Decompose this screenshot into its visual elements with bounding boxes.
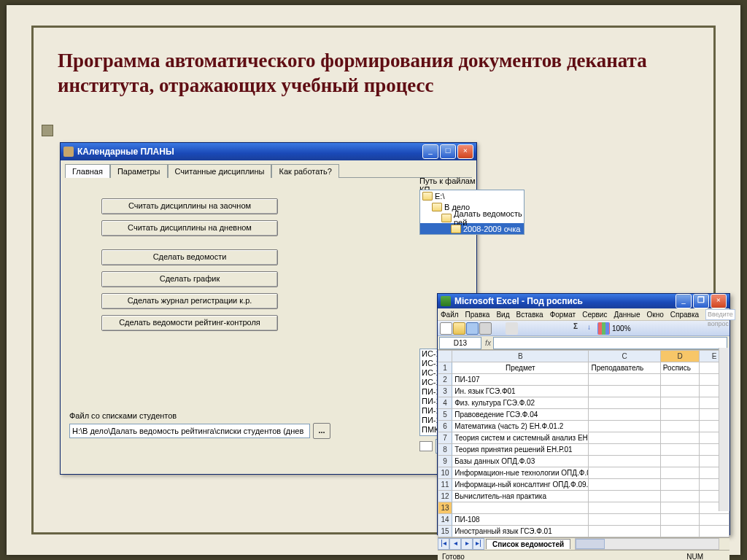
menu-file[interactable]: Файл bbox=[441, 311, 459, 319]
save-icon[interactable] bbox=[466, 322, 479, 335]
menu-format[interactable]: Формат bbox=[550, 311, 576, 319]
row-header[interactable]: 9 bbox=[438, 456, 452, 467]
cell[interactable] bbox=[660, 397, 699, 409]
menu-edit[interactable]: Правка bbox=[465, 311, 490, 319]
cell[interactable] bbox=[660, 421, 699, 432]
cell[interactable] bbox=[660, 432, 699, 444]
print-icon[interactable] bbox=[479, 322, 492, 335]
cell[interactable] bbox=[589, 456, 660, 467]
new-icon[interactable] bbox=[440, 322, 452, 335]
btn-read-zaoch[interactable]: Считать дисциплины на заочном bbox=[101, 198, 278, 214]
table-row[interactable]: 3Ин. язык ГСЭ.Ф01 bbox=[438, 386, 729, 397]
tree-node-selected[interactable]: 2008-2009 очка bbox=[420, 223, 524, 234]
titlebar[interactable]: КАлендарные ПЛАНЫ _ □ × bbox=[61, 143, 476, 160]
row-header[interactable]: 8 bbox=[438, 444, 452, 456]
menu-help[interactable]: Справка bbox=[670, 311, 699, 319]
cell[interactable]: Правоведение ГСЭ.Ф.04 bbox=[452, 409, 589, 421]
cell[interactable] bbox=[589, 397, 660, 409]
students-path-input[interactable]: Н:\В дело\Далать ведомость рейтинга\спис… bbox=[69, 424, 310, 438]
cell[interactable] bbox=[660, 526, 699, 537]
nav-first-icon[interactable]: |◂ bbox=[438, 538, 449, 550]
cell[interactable] bbox=[589, 432, 660, 444]
menu-tools[interactable]: Сервис bbox=[582, 311, 607, 319]
cell[interactable] bbox=[700, 526, 729, 537]
cell[interactable] bbox=[589, 444, 660, 456]
nav-prev-icon[interactable]: ◂ bbox=[449, 538, 461, 550]
table-row[interactable]: 14ПИ-108 bbox=[438, 514, 729, 526]
copy-icon[interactable] bbox=[519, 322, 531, 335]
cell[interactable] bbox=[589, 421, 660, 432]
cell[interactable] bbox=[660, 456, 699, 467]
cell[interactable] bbox=[589, 467, 660, 479]
cell[interactable] bbox=[589, 479, 660, 491]
cell[interactable] bbox=[589, 386, 660, 397]
cell[interactable] bbox=[589, 514, 660, 526]
cell[interactable]: Теория систем и системный анализ ЕН.Ф.05 bbox=[452, 432, 589, 444]
browse-button[interactable]: ... bbox=[313, 423, 330, 439]
cell[interactable]: Информацион-ные технологии ОПД.Ф.06 bbox=[452, 467, 589, 479]
cell[interactable] bbox=[660, 409, 699, 421]
menu-insert[interactable]: Вставка bbox=[516, 311, 543, 319]
preview-icon[interactable] bbox=[492, 322, 505, 335]
cell[interactable]: Вычислитель-ная практика bbox=[452, 491, 589, 502]
table-row[interactable]: 12Вычислитель-ная практика bbox=[438, 491, 729, 502]
maximize-button[interactable]: □ bbox=[440, 144, 456, 159]
cell[interactable] bbox=[660, 514, 699, 526]
col-headers[interactable]: B C D E bbox=[438, 351, 729, 362]
table-row[interactable]: 10Информацион-ные технологии ОПД.Ф.06 bbox=[438, 467, 729, 479]
btn-journal[interactable]: Сделать журнал регистрации к.р. bbox=[101, 293, 278, 309]
table-row[interactable]: 15Иностранный язык ГСЭ.Ф.01 bbox=[438, 526, 729, 537]
sheet-tab[interactable]: Список ведомостей bbox=[486, 539, 570, 549]
tree-node[interactable]: E:\ bbox=[420, 190, 524, 201]
btn-rating[interactable]: Сделать ведомости рейтинг-контроля bbox=[101, 315, 278, 331]
row-header[interactable]: 7 bbox=[438, 432, 452, 444]
cell[interactable]: Физ. культура ГСЭ.Ф.02 bbox=[452, 397, 589, 409]
excel-titlebar[interactable]: Microsoft Excel - Под роспись _ ❐ × bbox=[438, 294, 729, 308]
btn-read-dnev[interactable]: Считать дисциплины на дневном bbox=[101, 220, 278, 236]
cell[interactable]: ПИ-108 bbox=[452, 514, 589, 526]
cell[interactable]: Ин. язык ГСЭ.Ф01 bbox=[452, 386, 589, 397]
open-icon[interactable] bbox=[453, 322, 465, 335]
folder-tree[interactable]: E:\ В дело Далать ведомость рей 2008-200… bbox=[419, 190, 525, 235]
table-row[interactable]: 4Физ. культура ГСЭ.Ф.02 bbox=[438, 397, 729, 409]
redo-icon[interactable] bbox=[558, 322, 570, 335]
row-header[interactable]: 6 bbox=[438, 421, 452, 432]
nav-next-icon[interactable]: ▸ bbox=[461, 538, 473, 550]
row-header[interactable]: 5 bbox=[438, 409, 452, 421]
table-row[interactable]: 2ПИ-107 bbox=[438, 374, 729, 386]
cell[interactable]: Теория принятия решений ЕН.Р.01 bbox=[452, 444, 589, 456]
paste-icon[interactable] bbox=[532, 322, 544, 335]
minimize-button[interactable]: _ bbox=[422, 144, 438, 159]
cell[interactable]: Иностранный язык ГСЭ.Ф.01 bbox=[452, 526, 589, 537]
cell[interactable]: Математика (часть 2) ЕН.Ф.01.2 bbox=[452, 421, 589, 432]
sort-icon[interactable] bbox=[584, 322, 597, 335]
menu-data[interactable]: Данные bbox=[614, 311, 640, 319]
undo-icon[interactable] bbox=[545, 322, 557, 335]
row-header[interactable]: 15 bbox=[438, 526, 452, 537]
btn-vedomosti[interactable]: Сделать ведомости bbox=[101, 249, 278, 265]
select-all[interactable] bbox=[438, 351, 452, 362]
cell[interactable] bbox=[589, 374, 660, 386]
cell[interactable] bbox=[660, 479, 699, 491]
table-row[interactable]: 1 Предмет Преподаватель Роспись bbox=[438, 362, 729, 374]
col-header[interactable]: B bbox=[452, 351, 589, 362]
close-button[interactable]: × bbox=[457, 144, 473, 159]
row-header[interactable]: 12 bbox=[438, 491, 452, 502]
minimize-button[interactable]: _ bbox=[676, 294, 692, 308]
cell[interactable]: ПИ-107 bbox=[452, 374, 589, 386]
tab-help[interactable]: Как работать? bbox=[271, 164, 338, 178]
btn-grafik[interactable]: Сделать график bbox=[101, 271, 278, 287]
cell[interactable]: Базы данных ОПД.Ф.03 bbox=[452, 456, 589, 467]
vertical-scrollbar[interactable] bbox=[719, 348, 729, 511]
table-row[interactable]: 9Базы данных ОПД.Ф.03 bbox=[438, 456, 729, 467]
cell[interactable] bbox=[660, 386, 699, 397]
row-header[interactable]: 4 bbox=[438, 397, 452, 409]
cell[interactable]: Информаци-ный консалтинг ОПД.Ф.09.3 bbox=[452, 479, 589, 491]
row-header[interactable]: 2 bbox=[438, 374, 452, 386]
cell[interactable] bbox=[660, 467, 699, 479]
table-row[interactable]: 5Правоведение ГСЭ.Ф.04 bbox=[438, 409, 729, 421]
tree-node[interactable]: Далать ведомость рей bbox=[420, 212, 524, 223]
cell[interactable] bbox=[660, 374, 699, 386]
name-box[interactable]: D13 bbox=[439, 337, 481, 349]
cell[interactable] bbox=[660, 444, 699, 456]
